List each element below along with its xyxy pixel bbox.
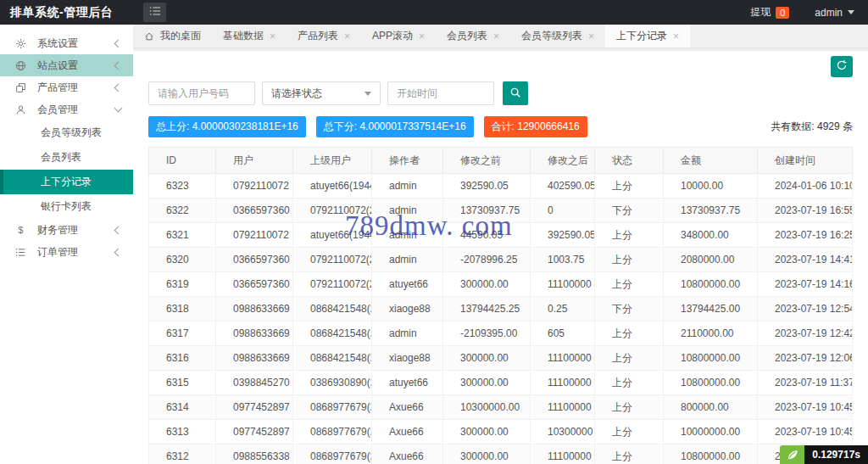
tab-member-list[interactable]: 会员列表× bbox=[436, 25, 510, 48]
stats-bar: 总上分: 4.0000030238181E+16 总下分: 4.00000173… bbox=[148, 116, 853, 137]
home-icon bbox=[144, 31, 154, 42]
cell-parent-user: 0792110072(2419) bbox=[293, 198, 372, 223]
user-number-input[interactable] bbox=[148, 81, 255, 105]
chevron-down-icon bbox=[848, 10, 854, 14]
sidebar-toggle-button[interactable] bbox=[143, 3, 166, 22]
globe-icon bbox=[15, 60, 28, 71]
tab-basic-data[interactable]: 基础数据× bbox=[212, 25, 287, 48]
trace-widget[interactable]: 0.129717s bbox=[780, 445, 868, 464]
cell-status: 下分 bbox=[595, 297, 664, 321]
tab-updown-records[interactable]: 上下分记录× bbox=[605, 25, 690, 48]
tab-label: 产品列表 bbox=[298, 29, 338, 43]
table-row: 631209885563380868977679(2411)Axue663000… bbox=[149, 444, 853, 464]
close-icon[interactable]: × bbox=[344, 31, 350, 42]
cell-id: 6313 bbox=[149, 420, 216, 444]
thinkphp-trace-icon[interactable] bbox=[780, 445, 804, 464]
table-row: 63210792110072atuyet66(1944)admin44590.0… bbox=[149, 223, 853, 248]
order-icon bbox=[15, 247, 28, 258]
cell-before: 300000.00 bbox=[443, 346, 531, 371]
table-row: 631503988452700386930890(2415)atuyet6630… bbox=[149, 371, 853, 395]
cell-user: 0988633669 bbox=[216, 346, 293, 371]
cell-amount: 10800000.00 bbox=[664, 371, 758, 395]
cell-status: 上分 bbox=[595, 346, 664, 371]
sidebar-subitem-label: 银行卡列表 bbox=[41, 199, 92, 214]
record-count: 共有数据: 4929 条 bbox=[771, 120, 853, 134]
sidebar-item-member-level-list[interactable]: 会员等级列表 bbox=[0, 120, 133, 145]
close-icon[interactable]: × bbox=[493, 31, 499, 42]
cell-status: 上分 bbox=[595, 444, 664, 464]
tab-product-list[interactable]: 产品列表× bbox=[287, 25, 361, 48]
col-id: ID bbox=[149, 148, 216, 174]
cell-after: 11100000 bbox=[531, 346, 595, 371]
cell-id: 6321 bbox=[149, 223, 216, 248]
panel-toolbar bbox=[148, 51, 853, 81]
cell-id: 6323 bbox=[149, 174, 216, 198]
sidebar-item-label: 财务管理 bbox=[37, 223, 115, 238]
cell-user: 0792110072 bbox=[216, 174, 293, 198]
cell-before: 392590.05 bbox=[443, 174, 531, 198]
total-down-badge: 总下分: 4.0000017337514E+16 bbox=[316, 116, 474, 137]
cell-operator: xiaoge88 bbox=[372, 346, 443, 371]
close-icon[interactable]: × bbox=[270, 31, 275, 42]
cell-id: 6317 bbox=[149, 321, 216, 346]
content-panel: 请选择状态 总上分: 4.0000030238181E+16 bbox=[133, 51, 868, 464]
sidebar-item-label: 系统设置 bbox=[37, 36, 115, 51]
cell-parent-user: 0868421548(2417) bbox=[293, 346, 372, 371]
search-button[interactable] bbox=[503, 81, 528, 105]
tab-my-desktop[interactable]: 我的桌面 bbox=[133, 25, 212, 48]
sidebar-item-order-management[interactable]: 订单管理 bbox=[0, 241, 133, 263]
username: admin bbox=[815, 7, 843, 19]
close-icon[interactable]: × bbox=[673, 31, 679, 42]
col-status: 状态 bbox=[595, 148, 664, 174]
render-time: 0.129717s bbox=[804, 445, 868, 464]
cell-status: 下分 bbox=[595, 198, 664, 223]
cell-after: 1003.75 bbox=[531, 248, 595, 272]
sidebar-item-product-management[interactable]: 产品管理 bbox=[0, 76, 133, 98]
close-icon[interactable]: × bbox=[588, 31, 594, 42]
cell-before: 13794425.25 bbox=[443, 297, 531, 321]
start-time-input[interactable] bbox=[387, 81, 494, 105]
cell-user: 0366597360 bbox=[216, 272, 293, 297]
tab-app-scroll[interactable]: APP滚动× bbox=[361, 25, 436, 48]
cell-amount: 348000.00 bbox=[664, 223, 758, 248]
sidebar-item-system-settings[interactable]: 系统设置 bbox=[0, 32, 133, 54]
tab-label: 基础数据 bbox=[223, 29, 264, 43]
close-icon[interactable]: × bbox=[419, 31, 425, 42]
cell-status: 上分 bbox=[595, 420, 664, 444]
sidebar-item-member-list[interactable]: 会员列表 bbox=[0, 145, 133, 170]
cell-parent-user: atuyet66(1944) bbox=[293, 174, 372, 198]
cell-created-at: 2023-07-19 12:42:43 bbox=[758, 321, 853, 346]
select-caret-icon bbox=[364, 92, 371, 96]
cell-amount: 10800000.00 bbox=[664, 444, 758, 464]
cell-amount: 10000000.00 bbox=[664, 420, 758, 444]
sidebar-item-bank-card-list[interactable]: 银行卡列表 bbox=[0, 194, 133, 219]
cell-status: 上分 bbox=[595, 248, 664, 272]
cell-id: 6320 bbox=[149, 248, 216, 272]
sidebar: 系统设置站点设置产品管理会员管理会员等级列表会员列表上下分记录银行卡列表$财务管… bbox=[0, 25, 133, 464]
sidebar-item-label: 站点设置 bbox=[37, 59, 115, 73]
tab-label: APP滚动 bbox=[372, 29, 413, 43]
records-table: ID用户上级用户操作者修改之前修改之后状态金额创建时间 632307921100… bbox=[148, 147, 853, 464]
withdraw-link[interactable]: 提现 0 bbox=[750, 5, 789, 20]
user-icon bbox=[15, 104, 28, 115]
refresh-button[interactable] bbox=[831, 56, 853, 77]
cell-before: 44590.05 bbox=[443, 223, 531, 248]
tab-member-level-list[interactable]: 会员等级列表× bbox=[510, 25, 605, 48]
sidebar-item-site-settings[interactable]: 站点设置 bbox=[0, 54, 133, 76]
sidebar-item-label: 会员管理 bbox=[37, 103, 115, 117]
sidebar-item-finance-management[interactable]: $财务管理 bbox=[0, 219, 133, 241]
cell-operator: admin bbox=[372, 223, 443, 248]
cell-user: 0398845270 bbox=[216, 371, 293, 395]
user-menu[interactable]: admin bbox=[815, 7, 854, 19]
cell-before: -2078996.25 bbox=[443, 248, 531, 272]
cell-operator: Axue66 bbox=[372, 420, 443, 444]
withdraw-label: 提现 bbox=[750, 5, 771, 20]
tab-label: 我的桌面 bbox=[160, 29, 201, 43]
status-select[interactable]: 请选择状态 bbox=[262, 81, 381, 105]
sidebar-item-member-management[interactable]: 会员管理 bbox=[0, 98, 133, 120]
cell-operator: Axue66 bbox=[372, 444, 443, 464]
sidebar-item-updown-records[interactable]: 上下分记录 bbox=[0, 170, 133, 194]
table-row: 63230792110072atuyet66(1944)admin392590.… bbox=[149, 174, 853, 198]
cell-operator: Axue66 bbox=[372, 395, 443, 420]
cell-after: 11100000 bbox=[531, 371, 595, 395]
